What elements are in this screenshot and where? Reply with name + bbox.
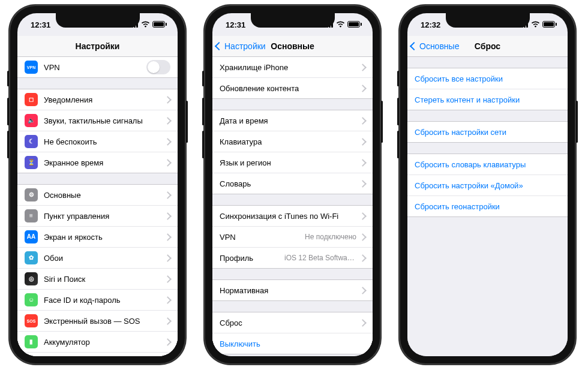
nav-back-button[interactable]: Основные [411,41,459,51]
chevron-right-icon [359,254,367,262]
hardware-button [576,101,578,143]
settings-row[interactable]: Нормативная [212,280,373,300]
general-icon: ⚙ [25,188,38,201]
notch [251,13,335,28]
hardware-button [397,98,399,125]
row-label: Пункт управления [44,212,165,221]
row-label: Хранилище iPhone [220,63,360,72]
faceid-icon: ☺ [25,293,38,306]
row-label: Сбросить словарь клавиатуры [415,160,560,169]
chevron-right-icon [164,233,172,241]
status-time: 12:31 [31,20,50,29]
settings-row[interactable]: ✋Конфиденциальность [17,353,178,356]
row-label: Выключить [220,339,365,348]
settings-row[interactable]: ⚙Основные [17,185,178,206]
row-label: Нормативная [220,286,360,295]
svg-rect-24 [556,23,557,26]
settings-row[interactable]: 🔈Звуки, тактильные сигналы [17,110,178,131]
hardware-button [7,131,9,158]
phone-2: 12:31НастройкиОсновныеХранилище iPhoneОб… [204,5,381,365]
chevron-right-icon [164,96,172,104]
phone-3: 12:32ОсновныеСбросСбросить все настройки… [399,5,576,365]
settings-row[interactable]: Дата и время [212,110,373,131]
svg-rect-15 [361,23,362,26]
icon-glyph: ⏳ [28,160,35,166]
notch [56,13,140,28]
settings-row[interactable]: Обновление контента [212,78,373,98]
settings-group: Нормативная [212,279,373,301]
row-label: Словарь [220,179,360,188]
nav-bar: ОсновныеСброс [407,36,568,57]
settings-row[interactable]: VPNVPN [17,57,178,77]
settings-row[interactable]: ▮Аккумулятор [17,332,178,353]
row-label: VPN [220,233,305,242]
toggle-switch[interactable] [146,60,170,74]
settings-group: Дата и времяКлавиатураЯзык и регионСлова… [212,110,373,194]
settings-row[interactable]: ◎Siri и Поиск [17,269,178,290]
chevron-right-icon [164,275,172,283]
icon-glyph: VPN [27,65,35,70]
settings-row[interactable]: Сбросить геонастройки [407,196,568,216]
chevron-right-icon [359,319,367,327]
chevron-right-icon [164,254,172,262]
screen: 12:32ОсновныеСбросСбросить все настройки… [407,13,568,356]
row-label: Аккумулятор [44,338,165,347]
settings-row[interactable]: ✿Обои [17,248,178,269]
nav-title: Сброс [475,41,500,51]
chevron-right-icon [359,117,367,125]
settings-row[interactable]: Словарь [212,173,373,194]
row-label: Язык и регион [220,158,360,167]
icon-glyph: ☾ [29,139,34,145]
settings-group: Сбросить настройки сети [407,121,568,143]
settings-group: СбросВыключить [212,312,373,354]
svg-rect-14 [349,22,359,26]
row-label: Клавиатура [220,137,360,146]
row-label: Face ID и код-пароль [44,296,165,305]
settings-row[interactable]: ≡Пункт управления [17,206,178,227]
settings-row[interactable]: ☾Не беспокоить [17,131,178,152]
settings-row[interactable]: Стереть контент и настройки [407,89,568,110]
row-label: Синхронизация с iTunes по Wi-Fi [220,212,360,221]
settings-row[interactable]: ПрофильiOS 12 Beta Software Profile [212,248,373,268]
chevron-right-icon [164,191,172,199]
chevron-right-icon [164,159,172,167]
row-label: Профиль [220,254,284,263]
content: Сбросить все настройкиСтереть контент и … [407,57,568,356]
settings-row[interactable]: Хранилище iPhone [212,57,373,78]
settings-row[interactable]: VPNНе подключено [212,227,373,248]
settings-row[interactable]: Сбросить все настройки [407,68,568,89]
content: VPNVPN◻Уведомления🔈Звуки, тактильные сиг… [17,57,178,356]
row-label: Стереть контент и настройки [415,95,560,104]
row-label: Основные [44,191,165,200]
chevron-right-icon [359,287,367,294]
control-icon: ≡ [25,209,38,222]
settings-row[interactable]: Синхронизация с iTunes по Wi-Fi [212,206,373,227]
nav-back-button[interactable]: Настройки [216,41,266,51]
settings-row[interactable]: ⏳Экранное время [17,152,178,173]
row-detail: Не подключено [305,233,356,241]
siri-icon: ◎ [25,272,38,285]
settings-row[interactable]: SOSЭкстренный вызов — SOS [17,311,178,332]
settings-row[interactable]: AAЭкран и яркость [17,227,178,248]
row-label: Экстренный вызов — SOS [44,317,165,326]
settings-row[interactable]: Сбросить словарь клавиатуры [407,154,568,175]
settings-row[interactable]: Сбросить настройки сети [407,122,568,142]
notch [446,13,530,28]
icon-glyph: AA [27,234,35,240]
row-label: Дата и время [220,116,360,125]
settings-row[interactable]: ◻Уведомления [17,89,178,110]
row-label: Сброс [220,318,360,327]
chevron-right-icon [359,138,367,146]
settings-row[interactable]: Сброс [212,312,373,333]
battery-icon [152,20,167,29]
settings-group: Сбросить словарь клавиатурыСбросить наст… [407,154,568,217]
phone-1: 12:31НастройкиVPNVPN◻Уведомления🔈Звуки, … [9,5,186,365]
settings-row[interactable]: Язык и регион [212,152,373,173]
settings-row[interactable]: ☺Face ID и код-пароль [17,290,178,311]
settings-row[interactable]: Выключить [212,333,373,354]
svg-rect-23 [544,22,554,26]
hardware-button [7,98,9,125]
settings-row[interactable]: Клавиатура [212,131,373,152]
settings-row[interactable]: Сбросить настройки «Домой» [407,175,568,196]
vpn-icon: VPN [25,61,38,74]
